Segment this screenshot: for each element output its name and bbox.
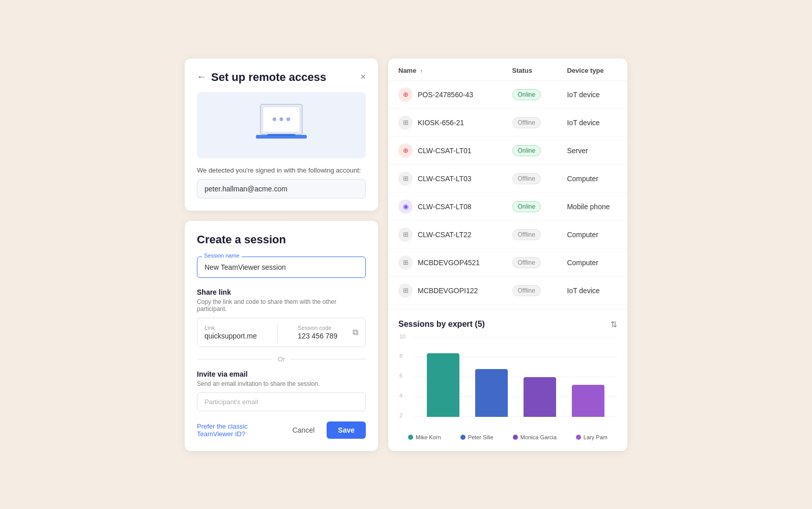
svg-rect-6 [268,134,296,136]
session-name-input[interactable] [197,257,366,278]
svg-point-2 [273,117,276,121]
table-row: ⊕ POS-2478560-43 Online IoT device [388,80,627,108]
device-icon: ⊕ [398,144,413,158]
device-icon: ⊞ [398,256,413,270]
table-row: ⊕ CLW-CSAT-LT01 Online Server [388,136,627,164]
device-icon: ⊞ [398,172,413,186]
table-row: ⊞ MCBDEVGOPI122 Offline IoT device [388,276,627,304]
device-name: CLW-CSAT-LT08 [418,203,472,211]
invite-email-desc: Send an email invitation to share the se… [197,380,366,387]
device-name: CLW-CSAT-LT03 [418,175,472,183]
device-name-cell: ⊞ MCBDEVGOP4521 [388,248,502,276]
device-table: Name ↑ Status Device type ⊕ POS-2478560-… [388,59,627,305]
legend-item: Monica Garcia [513,434,557,440]
svg-point-4 [286,117,290,121]
col-name-header: Name ↑ [388,59,502,81]
session-code-value: 123 456 789 [298,332,337,340]
device-name: CLW-CSAT-LT22 [418,231,472,239]
table-row: ⊞ CLW-CSAT-LT03 Offline Computer [388,164,627,192]
detected-account-text: We detected you're signed in with the fo… [197,166,366,174]
bars-container [414,337,617,417]
sort-icon: ↑ [420,68,423,74]
chart-bar [427,353,459,417]
status-badge: Offline [512,229,541,240]
remote-access-card: ← Set up remote access × We detected you… [185,59,378,211]
device-name: MCBDEVGOPI122 [418,287,478,295]
device-type: Computer [557,220,627,248]
participant-email-input[interactable] [197,392,366,411]
chart-bar [524,377,556,417]
device-name: MCBDEVGOP4521 [418,259,480,267]
card-header: ← Set up remote access × [197,71,366,84]
status-badge: Online [512,89,541,100]
laptop-illustration [197,92,366,158]
status-badge: Offline [512,285,541,296]
legend-dot [513,435,518,440]
device-type: Mobile phone [557,192,627,220]
status-badge: Offline [512,173,541,184]
invite-email-title: Invite via email [197,370,366,378]
status-badge: Offline [512,257,541,268]
chart-sort-button[interactable]: ⇅ [611,320,617,329]
legend-item: Mike Korn [408,434,441,440]
table-row: ⊞ MCBDEVGOP4521 Offline Computer [388,248,627,276]
device-type: Server [557,136,627,164]
device-status: Offline [502,108,557,136]
device-status: Offline [502,276,557,304]
device-list-card: Name ↑ Status Device type ⊕ POS-2478560-… [388,59,627,451]
footer-buttons: Cancel Save [285,421,366,439]
status-badge: Online [512,201,541,212]
session-title: Create a session [197,233,366,246]
table-row: ⊞ CLW-CSAT-LT22 Offline Computer [388,220,627,248]
device-status: Offline [502,220,557,248]
link-part: Link quicksupport.me [205,325,257,340]
close-button[interactable]: × [360,72,366,82]
device-type: IoT device [557,108,627,136]
svg-point-3 [279,117,283,121]
chart-title: Sessions by expert (5) [398,320,485,329]
device-type: Computer [557,248,627,276]
legend-label: Monica Garcia [520,434,557,440]
device-type: IoT device [557,80,627,108]
device-name-cell: ⊞ MCBDEVGOPI122 [388,276,502,304]
chart-area: 108642 [398,337,617,429]
session-code-part: Session code 123 456 789 [298,325,337,340]
col-status-header: Status [502,59,557,81]
device-icon: ⊕ [398,88,413,102]
account-email-box: peter.hallman@acme.com [197,179,366,199]
back-button[interactable]: ← [197,72,206,82]
session-name-field: Session name [197,257,366,278]
device-type: Computer [557,164,627,192]
copy-button[interactable]: ⧉ [353,328,358,337]
device-status: Offline [502,164,557,192]
legend-label: Lary Pam [584,434,607,440]
table-row: ◉ CLW-CSAT-LT08 Online Mobile phone [388,192,627,220]
device-icon: ⊞ [398,116,413,130]
device-icon: ⊞ [398,284,413,298]
cancel-button[interactable]: Cancel [285,421,322,439]
save-button[interactable]: Save [327,421,366,439]
device-name: CLW-CSAT-LT01 [418,147,472,155]
device-status: Online [502,80,557,108]
device-status: Offline [502,248,557,276]
device-status: Online [502,136,557,164]
device-name-cell: ⊞ CLW-CSAT-LT22 [388,220,502,248]
sessions-chart-card: Sessions by expert (5) ⇅ 108642 Mike Kor… [388,309,627,450]
laptop-svg [248,100,314,151]
grid-label: 2 [399,412,402,418]
device-type: IoT device [557,276,627,304]
share-link-title: Share link [197,288,366,296]
grid-label: 6 [399,373,402,379]
table-row: ⊞ KIOSK-656-21 Offline IoT device [388,108,627,136]
chart-bar [475,369,508,417]
classic-teamviewer-link[interactable]: Prefer the classic TeamViewer ID? [197,422,285,438]
device-name-cell: ⊕ POS-2478560-43 [388,80,502,108]
link-divider [277,323,278,342]
grid-label: 4 [399,392,402,399]
device-name-cell: ⊞ CLW-CSAT-LT03 [388,164,502,192]
card-footer: Prefer the classic TeamViewer ID? Cancel… [197,421,366,439]
device-name: POS-2478560-43 [418,91,473,99]
share-link-desc: Copy the link and code to share them wit… [197,298,366,313]
device-name-cell: ⊕ CLW-CSAT-LT01 [388,136,502,164]
device-name-cell: ◉ CLW-CSAT-LT08 [388,192,502,220]
